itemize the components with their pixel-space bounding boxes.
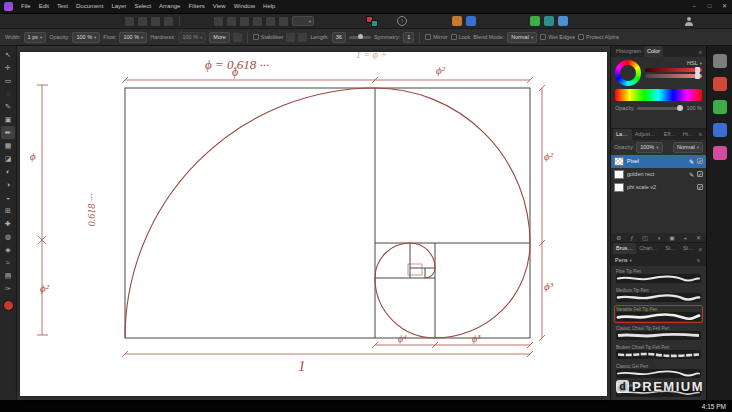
layer-row-phi-scale[interactable]: phi scale v2 ✓ — [611, 181, 706, 194]
hardware-acceleration-icon[interactable] — [558, 16, 568, 26]
snapping-icon[interactable] — [452, 16, 462, 26]
length-value[interactable]: 36 — [332, 32, 346, 43]
green-app-icon[interactable] — [713, 100, 727, 114]
layer-visibility-checkbox[interactable]: ✓ — [697, 184, 703, 190]
preview-mode-icon[interactable] — [530, 16, 540, 26]
dodge-tool[interactable]: ◐ — [1, 165, 15, 178]
tab-histogram[interactable]: Histogram — [613, 46, 644, 57]
paint-brush-tool[interactable]: ✏ — [1, 126, 15, 139]
lasso-select-tool[interactable]: ◌ — [1, 87, 15, 100]
layer-row-golden-rect[interactable]: golden rect ✎ ✓ — [611, 168, 706, 181]
eraser-tool[interactable]: ◪ — [1, 152, 15, 165]
mask-icon[interactable]: ◫ — [642, 234, 648, 241]
tab-history[interactable]: History — [680, 129, 699, 140]
hue-spectrum-bar[interactable] — [615, 89, 702, 101]
marquee-select-tool[interactable]: ▭ — [1, 74, 15, 87]
foreground-background-color-chips[interactable] — [366, 16, 378, 27]
pixel-brush-tool[interactable]: ▦ — [1, 139, 15, 152]
color-wheel[interactable] — [615, 60, 641, 86]
arrange-dropdown[interactable]: ▾ — [292, 16, 314, 26]
hardness-dropdown[interactable]: 100 %▾ — [178, 32, 206, 43]
panel-menu-icon[interactable]: ≡ — [699, 246, 704, 252]
view-tool[interactable]: ✛ — [1, 61, 15, 74]
brush-category-dropdown[interactable]: Pens ▾ ≡ — [611, 254, 706, 266]
align-right-icon[interactable] — [240, 17, 249, 26]
tab-effects[interactable]: Effects — [661, 129, 680, 140]
menu-text[interactable]: Text — [53, 0, 72, 13]
mirror-checkbox[interactable]: Mirror — [425, 34, 447, 40]
brush-menu-icon[interactable]: ≡ — [697, 257, 702, 263]
assistant-icon[interactable]: ! — [397, 16, 407, 26]
save-icon[interactable] — [138, 17, 147, 26]
menu-file[interactable]: File — [17, 0, 35, 13]
foreground-color-swatch[interactable] — [3, 300, 14, 311]
opacity-dropdown[interactable]: 100 %▾ — [72, 32, 100, 43]
stabiliser-checkbox[interactable]: Stabiliser — [253, 34, 284, 40]
blend-mode-dropdown[interactable]: Normal▾ — [507, 32, 537, 43]
menu-filters[interactable]: Filters — [184, 0, 208, 13]
maximize-button[interactable]: □ — [702, 0, 717, 13]
gamepad-app-icon[interactable] — [713, 54, 727, 68]
move-tool[interactable]: ↖ — [1, 48, 15, 61]
tab-color[interactable]: Color — [644, 46, 663, 57]
more-button[interactable]: More — [209, 32, 230, 43]
brush-item-selected[interactable]: Variable Felt Tip Pen — [614, 305, 703, 323]
panel-menu-icon[interactable]: ≡ — [699, 131, 704, 137]
wet-edges-checkbox[interactable]: Wet Edges — [540, 34, 575, 40]
smudge-tool[interactable]: ≈ — [1, 256, 15, 269]
hue-slider[interactable] — [645, 68, 702, 72]
sharpen-tool[interactable]: ◈ — [1, 243, 15, 256]
align-middle-icon[interactable] — [266, 17, 275, 26]
saturation-slider[interactable] — [645, 74, 702, 78]
menu-arrange[interactable]: Arrange — [155, 0, 184, 13]
crop-tool[interactable]: ▣ — [1, 113, 15, 126]
blur-tool[interactable]: ◍ — [1, 230, 15, 243]
tab-brushes[interactable]: Brushes — [613, 243, 636, 254]
layer-row-pixel[interactable]: Pixel ✎ ✓ — [611, 155, 706, 168]
tab-adjustments[interactable]: Adjustments — [632, 129, 661, 140]
brush-settings-icon[interactable] — [233, 33, 242, 42]
app-logo-icon[interactable] — [4, 2, 13, 11]
group-icon[interactable]: ▣ — [669, 234, 675, 241]
brush-item[interactable]: Classic Gel Pen — [614, 362, 703, 380]
panel-menu-icon[interactable]: ≡ — [699, 49, 704, 55]
width-dropdown[interactable]: 1 px▾ — [24, 32, 47, 43]
align-center-icon[interactable] — [227, 17, 236, 26]
close-button[interactable]: ✕ — [717, 0, 732, 13]
minimize-button[interactable]: – — [687, 0, 702, 13]
layer-visibility-checkbox[interactable]: ✓ — [697, 171, 703, 177]
tab-layers[interactable]: Layers — [613, 129, 632, 140]
protect-alpha-checkbox[interactable]: Protect Alpha — [578, 34, 619, 40]
export-icon[interactable] — [164, 17, 173, 26]
tab-channels[interactable]: Channels — [636, 243, 662, 254]
menu-help[interactable]: Help — [259, 0, 279, 13]
add-layer-icon[interactable]: + — [684, 235, 688, 241]
lock-checkbox[interactable]: Lock — [451, 34, 471, 40]
import-icon[interactable] — [151, 17, 160, 26]
burn-tool[interactable]: ◑ — [1, 178, 15, 191]
align-top-icon[interactable] — [253, 17, 262, 26]
brush-item[interactable]: Medium Tip Pen — [614, 286, 703, 304]
delete-layer-icon[interactable]: ✕ — [696, 234, 701, 241]
taskbar-clock[interactable]: 4:15 PM — [702, 403, 726, 410]
brush-item[interactable]: Classic Chisel Tip Felt Pen — [614, 324, 703, 342]
window-stabiliser-icon[interactable] — [298, 33, 307, 42]
blue-app-icon[interactable] — [713, 123, 727, 137]
menu-view[interactable]: View — [209, 0, 230, 13]
menu-edit[interactable]: Edit — [35, 0, 53, 13]
align-bottom-icon[interactable] — [279, 17, 288, 26]
layer-visibility-checkbox[interactable]: ✓ — [697, 158, 703, 164]
layers-blend-mode-dropdown[interactable]: Normal▾ — [673, 142, 703, 153]
settings-icon[interactable]: ⚙ — [616, 234, 621, 241]
healing-tool[interactable]: ✚ — [1, 217, 15, 230]
align-left-icon[interactable] — [214, 17, 223, 26]
menu-select[interactable]: Select — [130, 0, 155, 13]
length-slider[interactable] — [349, 36, 371, 39]
rope-stabiliser-icon[interactable] — [286, 33, 295, 42]
brush-item[interactable]: Broken Chisel Tip Felt Pen — [614, 343, 703, 361]
pixel-grid-icon[interactable] — [466, 16, 476, 26]
open-icon[interactable] — [125, 17, 134, 26]
clone-tool[interactable]: ⊞ — [1, 204, 15, 217]
account-icon[interactable] — [684, 17, 693, 26]
color-picker-tool[interactable]: ✑ — [1, 282, 15, 295]
